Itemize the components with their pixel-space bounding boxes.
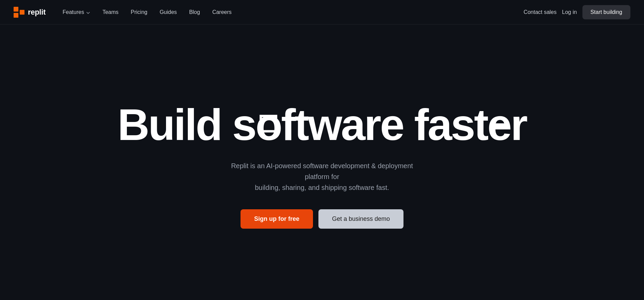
nav-guides-link[interactable]: Guides [155, 6, 182, 18]
nav-careers-link[interactable]: Careers [208, 6, 236, 18]
hero-subtext: Replit is an AI-powered software develop… [220, 160, 424, 193]
svg-rect-0 [14, 7, 18, 12]
svg-rect-2 [20, 10, 24, 15]
nav-left: replit Features Teams Pricing Guides Blo… [14, 6, 236, 18]
login-link[interactable]: Log in [562, 9, 577, 15]
hero-buttons: Sign up for free Get a business demo [241, 209, 403, 229]
nav-links: Features Teams Pricing Guides Blog Caree… [58, 6, 236, 18]
contact-sales-link[interactable]: Contact sales [524, 9, 557, 15]
navbar: replit Features Teams Pricing Guides Blo… [0, 0, 644, 24]
logo-text: replit [28, 8, 46, 17]
demo-button[interactable]: Get a business demo [318, 209, 403, 229]
svg-rect-1 [14, 13, 18, 18]
nav-blog-link[interactable]: Blog [184, 6, 205, 18]
hero-section: Build software faster Replit is an AI-po… [0, 24, 644, 300]
start-building-button[interactable]: Start building [582, 5, 630, 19]
replit-logo-icon [14, 7, 24, 18]
signup-button[interactable]: Sign up for free [241, 209, 313, 229]
nav-features-link[interactable]: Features [58, 6, 95, 18]
nav-right: Contact sales Log in Start building [524, 5, 630, 19]
chevron-down-icon [86, 10, 90, 14]
nav-teams-link[interactable]: Teams [98, 6, 123, 18]
hero-headline: Build software faster [118, 103, 527, 147]
nav-pricing-link[interactable]: Pricing [126, 6, 152, 18]
logo-link[interactable]: replit [14, 7, 46, 18]
